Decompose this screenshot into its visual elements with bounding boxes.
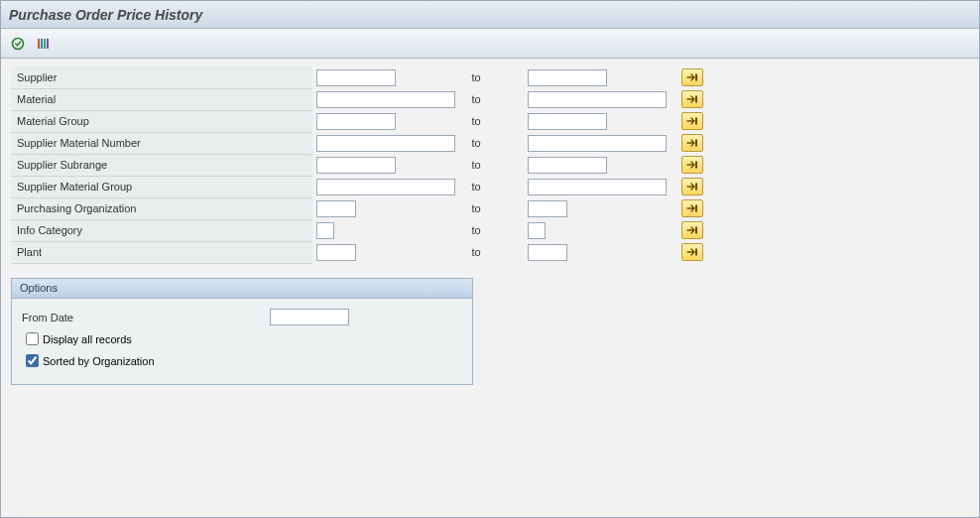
arrow-right-icon (686, 72, 698, 82)
label-purchasing-organization: Purchasing Organization (17, 202, 136, 214)
selection-screen: Supplier to Material to (1, 59, 979, 517)
label-material-group: Material Group (17, 115, 89, 127)
option-from-date-row: From Date (22, 307, 462, 328)
sorted-by-org-checkbox[interactable] (26, 354, 39, 367)
svg-rect-1 (38, 39, 40, 49)
row-material-group: Material Group to (11, 110, 705, 132)
supplier-material-number-to-input[interactable] (528, 135, 667, 152)
variants-button[interactable] (33, 34, 55, 54)
to-label: to (472, 246, 481, 258)
svg-rect-5 (695, 74, 697, 81)
options-body: From Date Display all records Sorted by … (12, 299, 472, 384)
arrow-right-icon (686, 138, 698, 148)
display-all-checkbox[interactable] (26, 332, 39, 345)
page-title-bar: Purchase Order Price History (1, 1, 979, 29)
label-info-category: Info Category (17, 224, 82, 236)
svg-rect-9 (695, 162, 697, 169)
to-label: to (472, 93, 481, 105)
svg-rect-8 (695, 140, 697, 147)
svg-rect-11 (695, 205, 697, 212)
material-from-input[interactable] (316, 91, 455, 108)
info-category-multiselect-button[interactable] (681, 221, 703, 239)
app-window: Purchase Order Price History Supplier (0, 0, 980, 518)
variants-icon (37, 37, 51, 51)
supplier-to-input[interactable] (528, 69, 607, 86)
supplier-material-number-multiselect-button[interactable] (681, 134, 703, 152)
selection-table: Supplier to Material to (11, 66, 705, 264)
material-group-from-input[interactable] (316, 113, 396, 130)
supplier-material-number-from-input[interactable] (316, 135, 455, 152)
material-group-to-input[interactable] (528, 113, 607, 130)
row-supplier: Supplier to (11, 66, 705, 88)
supplier-subrange-to-input[interactable] (528, 157, 607, 174)
label-supplier-material-number: Supplier Material Number (17, 137, 141, 149)
arrow-right-icon (686, 247, 698, 257)
svg-rect-7 (695, 118, 697, 125)
purchasing-organization-from-input[interactable] (316, 200, 356, 217)
to-label: to (472, 159, 481, 171)
arrow-right-icon (686, 116, 698, 126)
row-plant: Plant to (11, 241, 705, 263)
row-material: Material to (11, 88, 705, 110)
label-plant: Plant (17, 246, 42, 258)
label-supplier-material-group: Supplier Material Group (17, 181, 132, 193)
label-supplier: Supplier (17, 71, 57, 83)
arrow-right-icon (686, 225, 698, 235)
from-date-input[interactable] (270, 309, 349, 325)
execute-icon (11, 37, 25, 51)
purchasing-organization-to-input[interactable] (528, 200, 567, 217)
page-title: Purchase Order Price History (9, 7, 202, 23)
to-label: to (472, 224, 481, 236)
supplier-from-input[interactable] (316, 69, 396, 86)
plant-from-input[interactable] (316, 244, 356, 261)
arrow-right-icon (686, 160, 698, 170)
svg-rect-6 (695, 96, 697, 103)
purchasing-organization-multiselect-button[interactable] (681, 199, 703, 217)
plant-to-input[interactable] (528, 244, 567, 261)
label-supplier-subrange: Supplier Subrange (17, 159, 107, 171)
options-title: Options (12, 279, 472, 299)
row-supplier-subrange: Supplier Subrange to (11, 154, 705, 176)
svg-rect-10 (695, 184, 697, 191)
execute-button[interactable] (7, 34, 29, 54)
material-group-multiselect-button[interactable] (681, 112, 703, 130)
to-label: to (472, 115, 481, 127)
plant-multiselect-button[interactable] (681, 243, 703, 261)
label-material: Material (17, 93, 56, 105)
to-label: to (472, 137, 481, 149)
svg-rect-13 (695, 249, 697, 256)
material-to-input[interactable] (528, 91, 667, 108)
to-label: to (472, 181, 481, 193)
options-groupbox: Options From Date Display all records So… (11, 278, 473, 385)
supplier-subrange-from-input[interactable] (316, 157, 396, 174)
supplier-material-group-multiselect-button[interactable] (681, 178, 703, 195)
supplier-multiselect-button[interactable] (681, 68, 703, 86)
supplier-material-group-from-input[interactable] (316, 179, 455, 195)
svg-rect-4 (47, 39, 49, 49)
option-display-all-row: Display all records (22, 328, 462, 350)
options-title-label: Options (20, 282, 58, 294)
row-info-category: Info Category to (11, 219, 705, 241)
supplier-material-group-to-input[interactable] (528, 179, 667, 195)
material-multiselect-button[interactable] (681, 90, 703, 108)
option-sorted-by-org-row: Sorted by Organization (22, 350, 462, 372)
arrow-right-icon (686, 94, 698, 104)
row-purchasing-organization: Purchasing Organization to (11, 197, 705, 219)
display-all-label[interactable]: Display all records (43, 333, 132, 345)
svg-rect-12 (695, 227, 697, 234)
info-category-from-input[interactable] (316, 222, 334, 239)
supplier-subrange-multiselect-button[interactable] (681, 156, 703, 174)
row-supplier-material-group: Supplier Material Group to (11, 176, 705, 197)
arrow-right-icon (686, 182, 698, 192)
app-toolbar (1, 29, 979, 59)
svg-rect-3 (44, 39, 46, 49)
to-label: to (472, 71, 481, 83)
from-date-label: From Date (22, 312, 270, 324)
to-label: to (472, 202, 481, 214)
svg-rect-2 (41, 39, 43, 49)
arrow-right-icon (686, 203, 698, 213)
row-supplier-material-number: Supplier Material Number to (11, 132, 705, 154)
info-category-to-input[interactable] (528, 222, 546, 239)
sorted-by-org-label[interactable]: Sorted by Organization (43, 355, 155, 367)
